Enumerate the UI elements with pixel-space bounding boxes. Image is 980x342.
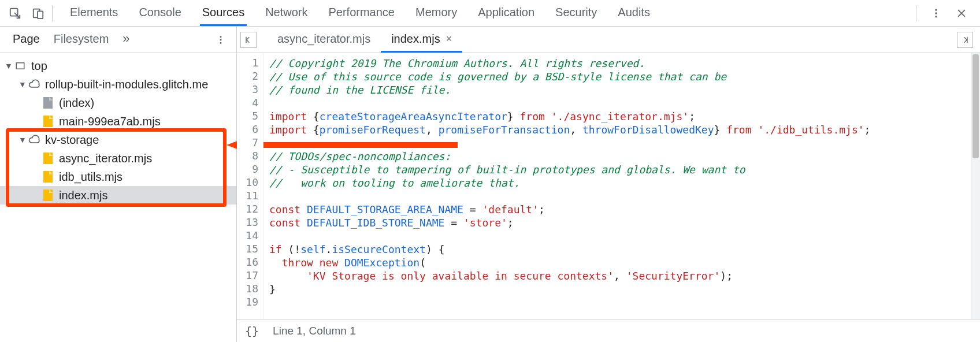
svg-rect-14 <box>43 153 53 164</box>
svg-rect-10 <box>43 97 53 109</box>
nav-forward-icon[interactable] <box>957 32 973 48</box>
device-toggle-icon[interactable] <box>27 2 50 25</box>
svg-rect-12 <box>43 116 53 127</box>
svg-rect-9 <box>16 63 24 69</box>
svg-rect-18 <box>43 189 53 201</box>
code-editor[interactable]: // Copyright 2019 The Chromium Authors. … <box>263 53 971 319</box>
tree-file-async-iterator-mjs[interactable]: async_iterator.mjs <box>0 149 236 168</box>
panel-tab-sources[interactable]: Sources <box>200 0 247 26</box>
tree-file--index-[interactable]: (index) <box>0 94 236 112</box>
line-gutter: 12345678910111213141516171819 <box>237 53 263 319</box>
tree-origin[interactable]: ▼rollup-built-in-modules.glitch.me <box>0 75 236 94</box>
panel-tab-network[interactable]: Network <box>263 0 310 26</box>
sidebar-tab-page[interactable]: Page <box>6 27 47 53</box>
panel-tab-performance[interactable]: Performance <box>326 0 398 26</box>
file-tree: ▼top▼rollup-built-in-modules.glitch.me(i… <box>0 53 236 342</box>
panel-tab-application[interactable]: Application <box>476 0 537 26</box>
tree-file-main-999ea7ab-mjs[interactable]: main-999ea7ab.mjs <box>0 112 236 131</box>
svg-point-4 <box>935 12 937 14</box>
svg-point-7 <box>220 39 222 40</box>
panel-tab-security[interactable]: Security <box>553 0 599 26</box>
sidebar-more-tabs[interactable]: » <box>116 27 136 53</box>
tree-frame-top[interactable]: ▼top <box>0 57 236 75</box>
svg-rect-2 <box>38 11 43 18</box>
svg-point-5 <box>935 16 937 17</box>
nav-back-icon[interactable] <box>240 32 257 48</box>
tree-folder-kv-storage[interactable]: ▼kv-storage <box>0 131 236 149</box>
svg-point-8 <box>220 42 222 43</box>
panel-tab-console[interactable]: Console <box>136 0 183 26</box>
close-tab-icon[interactable]: × <box>446 33 452 45</box>
vertical-scrollbar[interactable] <box>971 53 980 319</box>
svg-point-3 <box>935 9 937 10</box>
pretty-print-button[interactable]: {} <box>245 324 259 338</box>
sidebar-kebab-icon[interactable] <box>211 30 231 50</box>
cursor-position: Line 1, Column 1 <box>273 325 356 337</box>
panel-tab-audits[interactable]: Audits <box>615 0 652 26</box>
devtools-panel-tabs: ElementsConsoleSourcesNetworkPerformance… <box>57 0 910 26</box>
tree-file-index-mjs[interactable]: index.mjs <box>0 186 236 205</box>
close-devtools-icon[interactable] <box>950 2 973 25</box>
svg-point-6 <box>220 36 222 38</box>
svg-rect-16 <box>43 171 53 183</box>
sidebar-tab-filesystem[interactable]: Filesystem <box>47 27 116 53</box>
panel-tab-memory[interactable]: Memory <box>413 0 459 26</box>
file-tab-async-iterator-mjs[interactable]: async_iterator.mjs <box>267 27 381 53</box>
file-tab-index-mjs[interactable]: index.mjs× <box>381 27 462 53</box>
tree-file-idb-utils-mjs[interactable]: idb_utils.mjs <box>0 168 236 186</box>
inspect-icon[interactable] <box>3 2 27 25</box>
panel-tab-elements[interactable]: Elements <box>68 0 120 26</box>
kebab-menu-icon[interactable] <box>925 2 948 25</box>
